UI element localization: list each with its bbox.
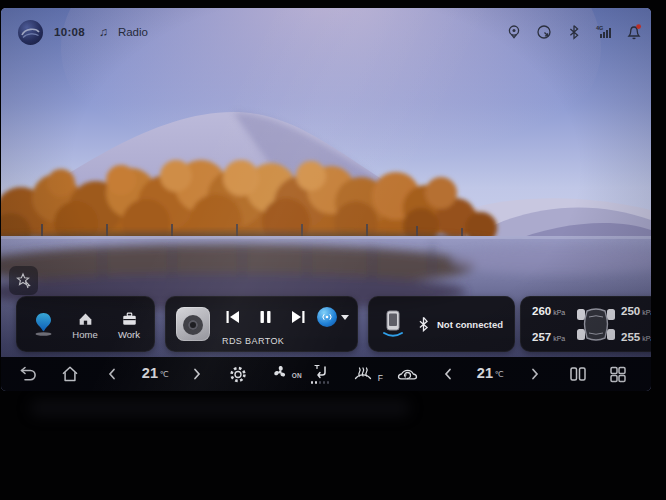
briefcase-icon [122, 312, 137, 326]
svg-text:4G: 4G [596, 25, 603, 31]
bluetooth-icon[interactable] [565, 23, 583, 41]
media-widget[interactable]: RDS BARTOK [165, 296, 358, 352]
location-icon[interactable] [505, 23, 523, 41]
passenger-temp-increase-button[interactable] [529, 357, 541, 391]
bluetooth-icon [417, 316, 430, 332]
home-button[interactable] [61, 357, 80, 391]
tire-pressure-front-right: 250kPa [621, 305, 651, 317]
air-level-dots [311, 381, 330, 383]
passenger-temp-decrease-button[interactable] [442, 357, 454, 391]
nav-shortcut-work[interactable]: Work [107, 312, 151, 340]
air-distribution-button[interactable] [310, 357, 330, 391]
album-art[interactable] [176, 307, 210, 341]
driver-temperature[interactable]: 21 ℃ [142, 357, 169, 391]
driver-temp-decrease-button[interactable] [106, 357, 118, 391]
back-button[interactable] [18, 357, 38, 391]
notification-bell-icon[interactable] [625, 23, 643, 41]
fan-state-label: ON [292, 372, 302, 379]
app-grid-button[interactable] [610, 357, 627, 391]
home-icon [78, 312, 93, 326]
tire-pressure-front-left: 260kPa [532, 305, 565, 317]
phone-charging-icon [369, 308, 417, 340]
bezel-glare [30, 400, 410, 416]
defrost-front-label: F [378, 373, 383, 383]
split-screen-button[interactable] [569, 357, 587, 391]
radio-source-icon [317, 307, 337, 327]
previous-track-button[interactable] [220, 306, 246, 328]
tire-pressure-widget[interactable]: 260kPa 250kPa 257kPa 255kPa [520, 296, 651, 352]
sync-status-icon[interactable] [535, 23, 553, 41]
nav-shortcut-home[interactable]: Home [63, 312, 107, 340]
tire-pressure-rear-left: 257kPa [532, 331, 565, 343]
bottom-dock: 21 ℃ ON [1, 357, 651, 391]
air-recirculation-button[interactable] [396, 357, 419, 391]
status-bar: 10:08 ♫ Radio 4G [1, 18, 651, 46]
media-source-selector[interactable] [317, 307, 349, 327]
chevron-down-icon [341, 315, 349, 320]
star-cursor-icon [15, 272, 32, 289]
bluetooth-status: Not connected [437, 319, 503, 330]
passenger-temperature[interactable]: 21 ℃ [477, 357, 504, 391]
signal-icon: 4G [595, 23, 613, 41]
front-defrost-button[interactable]: F [353, 357, 373, 391]
next-track-button[interactable] [285, 306, 311, 328]
current-location-pin-icon[interactable] [23, 312, 63, 336]
settings-button[interactable] [229, 357, 248, 391]
brand-logo-icon[interactable] [17, 19, 44, 46]
tire-pressure-rear-right: 255kPa [621, 331, 651, 343]
driver-temp-increase-button[interactable] [191, 357, 203, 391]
work-label: Work [118, 329, 140, 340]
phone-widget[interactable]: Not connected [368, 296, 515, 352]
notification-badge [636, 24, 641, 29]
music-note-icon: ♫ [99, 25, 108, 39]
wallpaper-edit-button[interactable] [9, 266, 38, 295]
fan-button[interactable]: ON [271, 357, 289, 391]
car-top-view-icon [573, 304, 619, 344]
now-playing-source[interactable]: Radio [118, 26, 148, 38]
pause-button[interactable] [252, 306, 278, 328]
track-title: RDS BARTOK [222, 336, 284, 346]
clock: 10:08 [54, 26, 85, 38]
infotainment-screen: 10:08 ♫ Radio 4G [1, 8, 651, 391]
home-label: Home [72, 329, 97, 340]
navigation-widget[interactable]: Home Work [16, 296, 155, 352]
